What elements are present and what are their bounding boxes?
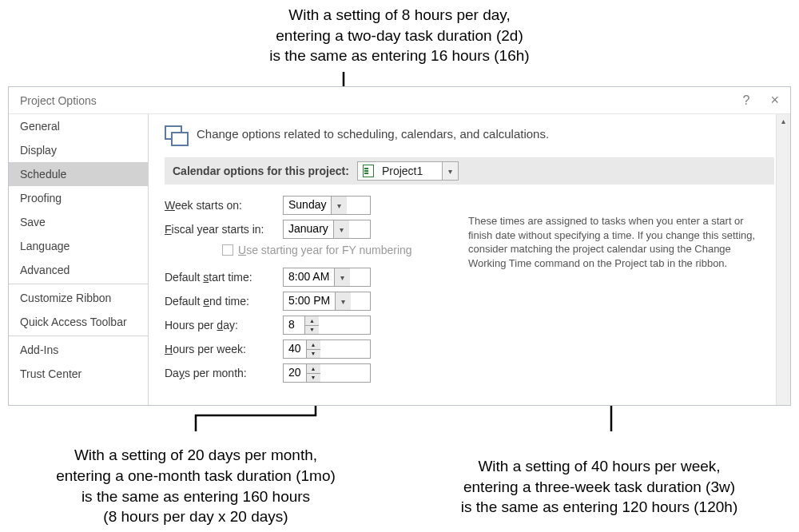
project-selector-value: Project1 <box>380 165 442 177</box>
fiscal-year-combo[interactable]: January ▾ <box>283 220 371 239</box>
default-start-combo[interactable]: 8:00 AM ▾ <box>283 268 371 287</box>
schedule-section-icon <box>165 124 187 143</box>
chevron-down-icon: ▾ <box>340 273 344 282</box>
calendar-tip-text: These times are assigned to tasks when y… <box>468 214 758 270</box>
fiscal-year-drop[interactable]: ▾ <box>333 220 349 238</box>
sidebar-separator <box>9 284 148 284</box>
chevron-down-icon: ▾ <box>448 167 452 176</box>
scroll-up-arrow-icon[interactable]: ▴ <box>777 114 790 129</box>
project-selector[interactable]: Project1 ▾ <box>357 161 459 181</box>
week-starts-drop[interactable]: ▾ <box>331 197 347 214</box>
sidebar-item-general[interactable]: General <box>9 114 148 138</box>
default-end-combo[interactable]: 5:00 PM ▾ <box>283 292 371 311</box>
default-end-value: 5:00 PM <box>284 292 335 310</box>
hours-per-week-spinner[interactable]: 40 ▲▼ <box>283 339 371 359</box>
week-starts-label: Week starts on: <box>165 199 276 212</box>
sidebar-item-save[interactable]: Save <box>9 210 148 234</box>
hours-per-day-label: Hours per day: <box>165 319 276 332</box>
project-options-dialog: Project Options ? × General Display Sche… <box>8 86 791 406</box>
annotation-top: With a setting of 8 hours per day,enteri… <box>160 5 639 66</box>
spinner-buttons[interactable]: ▲▼ <box>306 340 320 358</box>
project-selector-drop[interactable]: ▾ <box>442 162 458 180</box>
days-per-month-label: Days per month: <box>165 367 276 379</box>
fiscal-year-label: Fiscal year starts in: <box>165 223 276 236</box>
spin-up-icon[interactable]: ▲ <box>307 364 320 374</box>
week-starts-combo[interactable]: Sunday ▾ <box>283 196 371 215</box>
default-start-label: Default start time: <box>165 271 276 284</box>
hours-per-day-value: 8 <box>284 316 304 334</box>
annotation-bottom-left: With a setting of 20 days per month,ente… <box>0 445 392 527</box>
days-per-month-value: 20 <box>284 364 306 382</box>
sidebar-item-proofing[interactable]: Proofing <box>9 186 148 210</box>
chevron-down-icon: ▾ <box>337 201 341 210</box>
default-start-value: 8:00 AM <box>284 268 334 286</box>
help-icon[interactable]: ? <box>743 93 750 108</box>
fy-numbering-label: Use starting year for FY numbering <box>238 244 412 256</box>
hours-per-day-spinner[interactable]: 8 ▲▼ <box>283 316 371 335</box>
spin-down-icon[interactable]: ▼ <box>305 326 319 335</box>
sidebar-item-display[interactable]: Display <box>9 138 148 162</box>
spin-up-icon[interactable]: ▲ <box>305 316 319 326</box>
fiscal-year-value: January <box>284 220 333 238</box>
project-file-icon <box>361 163 377 179</box>
annotation-bottom-right: With a setting of 40 hours per week,ente… <box>400 456 799 518</box>
sidebar-item-customize-ribbon[interactable]: Customize Ribbon <box>9 286 148 310</box>
days-per-month-spinner[interactable]: 20 ▲▼ <box>283 363 371 383</box>
spin-up-icon[interactable]: ▲ <box>307 340 320 350</box>
chevron-down-icon: ▾ <box>340 225 344 234</box>
sidebar-item-schedule[interactable]: Schedule <box>9 162 148 186</box>
hours-per-week-label: Hours per week: <box>165 343 276 355</box>
vertical-scrollbar[interactable]: ▴ <box>776 114 790 405</box>
default-end-label: Default end time: <box>165 295 276 308</box>
hours-per-week-value: 40 <box>284 340 306 358</box>
spin-down-icon[interactable]: ▼ <box>307 350 320 359</box>
main-panel: Change options related to scheduling, ca… <box>149 114 790 405</box>
spinner-buttons[interactable]: ▲▼ <box>306 364 320 382</box>
sidebar-item-advanced[interactable]: Advanced <box>9 258 148 282</box>
section-heading: Change options related to scheduling, ca… <box>197 127 549 141</box>
sidebar-item-trust-center[interactable]: Trust Center <box>9 362 148 386</box>
spin-down-icon[interactable]: ▼ <box>307 374 320 383</box>
titlebar: Project Options ? × <box>9 87 790 114</box>
sidebar-item-quick-access-toolbar[interactable]: Quick Access Toolbar <box>9 310 148 334</box>
close-icon[interactable]: × <box>770 92 779 109</box>
spinner-buttons[interactable]: ▲▼ <box>304 316 319 334</box>
calendar-options-label: Calendar options for this project: <box>173 165 349 177</box>
checkbox-box <box>222 244 233 256</box>
sidebar-separator <box>9 335 148 336</box>
calendar-options-bar: Calendar options for this project: Proje… <box>165 157 774 185</box>
window-title: Project Options <box>20 94 97 107</box>
default-end-drop[interactable]: ▾ <box>335 292 351 310</box>
options-sidebar: General Display Schedule Proofing Save L… <box>9 114 149 405</box>
sidebar-item-add-ins[interactable]: Add-Ins <box>9 338 148 362</box>
chevron-down-icon: ▾ <box>341 297 345 306</box>
sidebar-item-language[interactable]: Language <box>9 234 148 258</box>
default-start-drop[interactable]: ▾ <box>334 268 350 286</box>
week-starts-value: Sunday <box>284 197 331 214</box>
